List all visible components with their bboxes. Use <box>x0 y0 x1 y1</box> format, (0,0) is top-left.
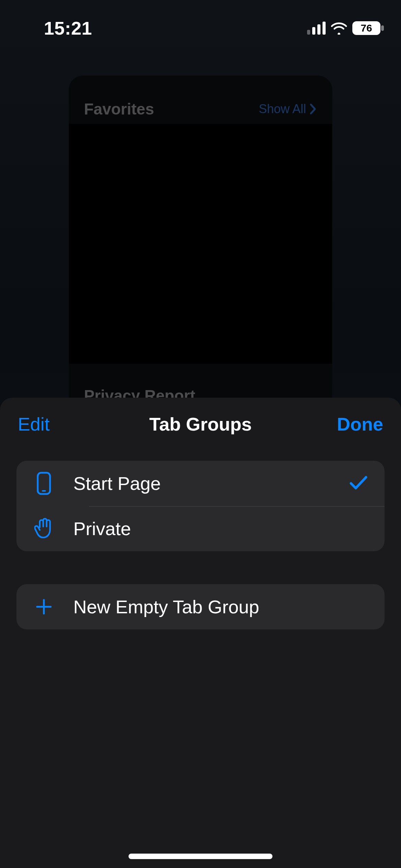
checkmark-icon <box>349 474 368 492</box>
sheet-header: Edit Tab Groups Done <box>0 398 401 450</box>
show-all-button[interactable]: Show All <box>259 102 317 116</box>
favorites-title: Favorites <box>84 100 154 118</box>
sheet-title: Tab Groups <box>90 413 311 435</box>
hand-icon <box>33 518 55 540</box>
device-icon <box>33 471 55 495</box>
new-tab-group-section: New Empty Tab Group <box>16 584 385 629</box>
tab-groups-sheet: Edit Tab Groups Done Start Page <box>0 398 401 868</box>
chevron-right-icon <box>309 103 317 115</box>
status-time: 15:21 <box>44 17 92 39</box>
favorites-grid <box>69 124 332 364</box>
tab-group-private[interactable]: Private <box>16 506 385 551</box>
wifi-icon <box>330 22 348 35</box>
svg-rect-1 <box>42 490 46 492</box>
plus-icon <box>33 598 55 616</box>
tab-group-list: Start Page Private <box>16 461 385 551</box>
edit-button[interactable]: Edit <box>18 413 90 435</box>
status-right: 76 <box>307 21 380 35</box>
new-empty-tab-group-button[interactable]: New Empty Tab Group <box>16 584 385 629</box>
new-tab-group-label: New Empty Tab Group <box>73 596 368 617</box>
done-button[interactable]: Done <box>311 413 383 435</box>
show-all-label: Show All <box>259 102 306 116</box>
battery-level: 76 <box>361 22 372 34</box>
tab-group-start-page[interactable]: Start Page <box>16 461 385 506</box>
favorites-header: Favorites Show All <box>69 76 332 130</box>
home-indicator[interactable] <box>129 854 272 859</box>
tab-group-label: Start Page <box>73 473 330 494</box>
tab-group-label: Private <box>73 518 368 539</box>
battery-icon: 76 <box>352 21 380 35</box>
status-bar: 15:21 76 <box>0 18 401 38</box>
cellular-signal-icon <box>307 22 326 35</box>
